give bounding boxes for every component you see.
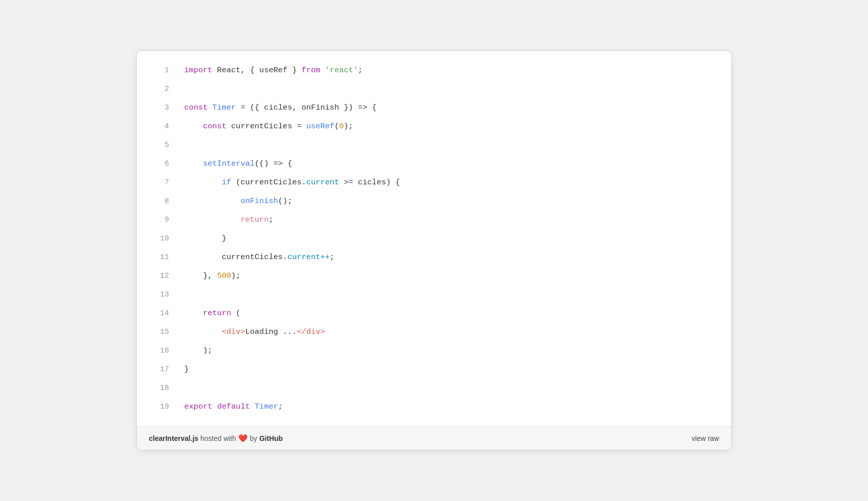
token: (currentCicles. [231,178,306,187]
token: ); [184,346,212,355]
token: } [184,234,227,243]
token: from [302,66,320,75]
line-number: 17 [149,360,169,379]
token: export [184,402,212,411]
code-line: 5 [137,136,731,155]
code-line: 8 onFinish(); [137,192,731,211]
code-line: 4 const currentCicles = useRef(0); [137,117,731,136]
footer-filename: clearInterval.js [149,434,198,442]
line-content: ); [184,341,212,360]
token: }, [184,271,217,280]
token: default [217,402,250,411]
code-line: 1import React, { useRef } from 'react'; [137,61,731,80]
line-number: 8 [149,192,169,211]
line-number: 3 [149,98,169,117]
token: } [184,365,189,374]
token: Timer [255,402,279,411]
token: current++ [288,253,330,262]
token: currentCicles = [227,122,306,131]
view-raw-link[interactable]: view raw [692,434,719,442]
line-number: 6 [149,155,169,173]
line-number: 9 [149,211,169,229]
code-line: 9 return; [137,211,731,229]
token: (); [278,196,292,206]
token [208,103,212,112]
code-line: 14 return ( [137,304,731,323]
token: onFinish [241,196,278,206]
code-block-container: 1import React, { useRef } from 'react';2… [136,51,732,450]
line-content: return; [184,211,274,229]
code-body: 1import React, { useRef } from 'react';2… [137,51,731,426]
token [250,402,254,411]
token: return [203,309,231,318]
token: ( [231,309,241,318]
token: 0 [339,122,344,131]
token: = ({ cicles, onFinish }) => { [236,103,376,112]
line-content: onFinish(); [184,192,292,211]
token: Loading ... [245,327,297,336]
token: current [306,178,339,187]
code-line: 2 [137,80,731,98]
code-line: 18 [137,379,731,397]
line-content: } [184,360,189,379]
token: currentCicles. [184,253,288,262]
line-number: 12 [149,267,169,285]
code-line: 7 if (currentCicles.current >= cicles) { [137,173,731,192]
token: ( [335,122,339,131]
line-number: 11 [149,248,169,267]
line-number: 2 [149,80,169,98]
token: 'react' [325,66,358,75]
code-line: 16 ); [137,341,731,360]
token [184,215,241,224]
line-number: 14 [149,304,169,323]
footer-by-text: by [250,434,257,442]
token [184,159,203,168]
token [184,309,203,318]
code-footer: clearInterval.js hosted with ❤️ by GitHu… [137,426,731,450]
token [320,66,325,75]
line-content: export default Timer; [184,397,283,416]
token: ); [231,271,241,280]
heart-icon: ❤️ [238,434,248,443]
line-number: 10 [149,229,169,248]
token: ); [344,122,353,131]
token: if [222,178,231,187]
line-content: <div>Loading ...</div> [184,323,325,341]
line-content: const currentCicles = useRef(0); [184,117,353,136]
footer-left: clearInterval.js hosted with ❤️ by GitHu… [149,434,283,443]
code-line: 3const Timer = ({ cicles, onFinish }) =>… [137,98,731,117]
line-number: 15 [149,323,169,341]
token: const [184,103,208,112]
token [184,178,222,187]
token: ; [358,66,362,75]
line-number: 13 [149,285,169,304]
code-line: 12 }, 500); [137,267,731,285]
code-line: 17} [137,360,731,379]
code-line: 6 setInterval(() => { [137,155,731,173]
token [184,122,203,131]
token [212,402,217,411]
line-number: 1 [149,61,169,80]
token: >= cicles) { [339,178,400,187]
line-content: if (currentCicles.current >= cicles) { [184,173,400,192]
token [184,327,222,336]
code-line: 15 <div>Loading ...</div> [137,323,731,341]
line-content: return ( [184,304,241,323]
token: import [184,66,212,75]
token: (() => { [255,159,292,168]
footer-github: GitHub [259,434,283,442]
footer-hosted-text: hosted with [200,434,236,442]
token: setInterval [203,159,254,168]
line-number: 7 [149,173,169,192]
code-line: 13 [137,285,731,304]
line-content: const Timer = ({ cicles, onFinish }) => … [184,98,376,117]
token: const [203,122,227,131]
token: ; [330,253,334,262]
token: useRef [306,122,335,131]
line-content: setInterval(() => { [184,155,292,173]
token: 500 [217,271,231,280]
line-content: } [184,229,227,248]
token: <div> [222,327,245,336]
line-number: 5 [149,136,169,155]
token: ; [268,215,273,224]
